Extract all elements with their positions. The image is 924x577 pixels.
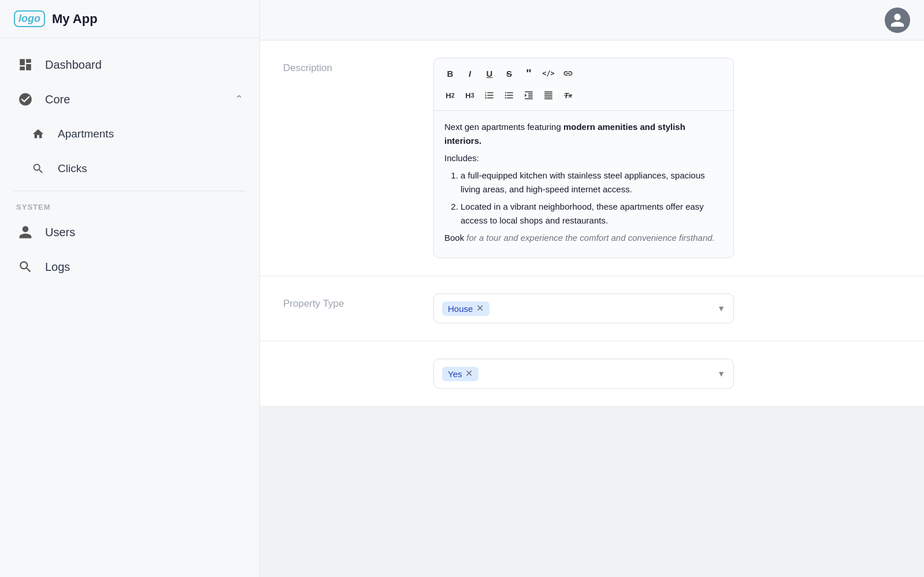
sidebar-item-clicks[interactable]: Clicks — [0, 151, 259, 186]
core-icon — [16, 90, 35, 109]
property-type-tag-label: House — [448, 304, 473, 314]
sidebar-item-dashboard[interactable]: Dashboard — [0, 47, 259, 82]
italic-button[interactable]: I — [461, 64, 479, 83]
third-field-value: Yes ✕ ▼ — [433, 359, 901, 389]
description-field-row: Description B I U S " </> — [260, 40, 924, 276]
sidebar-item-apartments[interactable]: Apartments — [0, 117, 259, 151]
chevron-up-icon: ⌃ — [235, 93, 243, 106]
link-button[interactable] — [559, 64, 577, 83]
third-field-chevron-down-icon: ▼ — [717, 369, 725, 378]
property-type-select[interactable]: House ✕ ▼ — [433, 293, 734, 323]
user-avatar[interactable] — [885, 8, 910, 33]
property-type-value: House ✕ ▼ — [433, 293, 901, 323]
users-icon — [16, 223, 35, 241]
editor-book-italic: for a tour and experience the comfort an… — [466, 233, 714, 243]
third-field-tag-label: Yes — [448, 369, 462, 379]
bold-button[interactable]: B — [441, 64, 459, 83]
property-type-tag: House ✕ — [442, 301, 489, 316]
code-button[interactable]: </> — [539, 64, 558, 83]
main-content: Description B I U S " </> — [260, 0, 924, 577]
editor-toolbar: B I U S " </> H2 H3 — [434, 58, 733, 111]
description-label: Description — [283, 58, 433, 74]
unordered-list-button[interactable] — [500, 86, 518, 105]
sidebar-item-clicks-label: Clicks — [58, 162, 87, 175]
rich-text-editor[interactable]: B I U S " </> H2 H3 — [433, 58, 734, 258]
indent-button[interactable] — [519, 86, 538, 105]
h3-button[interactable]: H3 — [461, 86, 479, 105]
third-field-tag: Yes ✕ — [442, 367, 478, 381]
editor-intro: Next gen apartments featuring modern ame… — [444, 120, 723, 148]
underline-button[interactable]: U — [480, 64, 499, 83]
editor-list: a full-equipped kitchen with stainless s… — [444, 169, 723, 228]
sidebar-divider — [14, 191, 246, 191]
third-field-select[interactable]: Yes ✕ ▼ — [433, 359, 734, 389]
editor-list-item-1: a full-equipped kitchen with stainless s… — [461, 169, 723, 196]
sidebar-item-users[interactable]: Users — [0, 215, 259, 250]
apartments-icon — [29, 125, 47, 143]
clicks-icon — [29, 159, 47, 178]
property-type-field-row: Property Type House ✕ ▼ — [260, 276, 924, 341]
third-field-label — [283, 359, 433, 363]
form-content: Description B I U S " </> — [260, 40, 924, 407]
sidebar-item-core-label: Core — [45, 93, 70, 106]
strikethrough-button[interactable]: S — [500, 64, 518, 83]
third-field-row: Yes ✕ ▼ — [260, 341, 924, 407]
editor-includes: Includes: — [444, 151, 723, 165]
property-type-chevron-down-icon: ▼ — [717, 304, 725, 313]
editor-book: Book for a tour and experience the comfo… — [444, 231, 723, 245]
topbar — [260, 0, 924, 40]
sidebar-item-logs[interactable]: Logs — [0, 250, 259, 284]
sidebar-item-logs-label: Logs — [45, 260, 70, 274]
h2-button[interactable]: H2 — [441, 86, 459, 105]
property-type-tag-close[interactable]: ✕ — [476, 304, 484, 313]
editor-list-item-2: Located in a vibrant neighborhood, these… — [461, 200, 723, 228]
sidebar-header: logo My App — [0, 0, 259, 38]
system-section-label: SYSTEM — [0, 196, 259, 215]
sidebar-item-users-label: Users — [45, 226, 75, 239]
logs-icon — [16, 258, 35, 276]
logo: logo — [14, 10, 45, 27]
align-button[interactable] — [539, 86, 558, 105]
sidebar-item-core[interactable]: Core ⌃ — [0, 82, 259, 117]
sidebar-item-dashboard-label: Dashboard — [45, 58, 102, 72]
description-value: B I U S " </> H2 H3 — [433, 58, 901, 258]
clear-format-button[interactable]: Tx — [559, 86, 577, 105]
property-type-label: Property Type — [283, 293, 433, 310]
editor-body[interactable]: Next gen apartments featuring modern ame… — [434, 111, 733, 258]
sidebar-navigation: Dashboard Core ⌃ Apartments Clicks SYSTE… — [0, 38, 259, 577]
third-field-tag-close[interactable]: ✕ — [465, 369, 473, 378]
sidebar-item-apartments-label: Apartments — [58, 128, 114, 140]
sidebar: logo My App Dashboard Core ⌃ Apartments — [0, 0, 260, 577]
dashboard-icon — [16, 55, 35, 74]
ordered-list-button[interactable] — [480, 86, 499, 105]
app-title: My App — [52, 12, 98, 27]
quote-button[interactable]: " — [519, 64, 538, 83]
